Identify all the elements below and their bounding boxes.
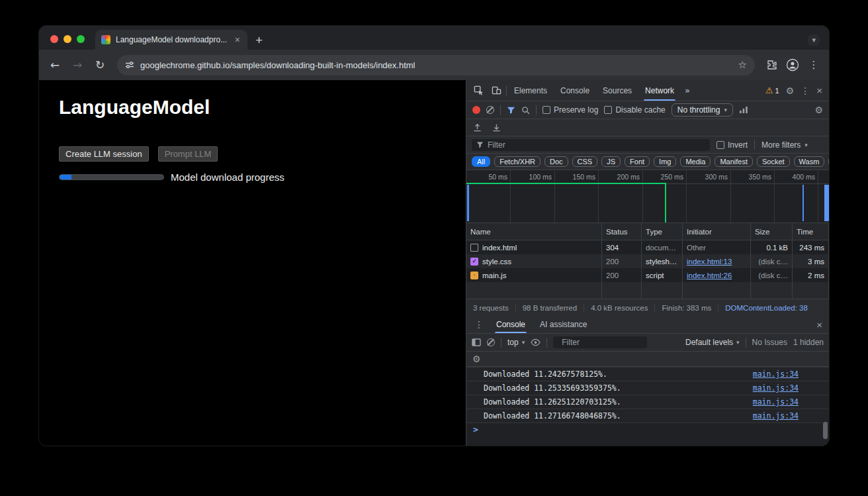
inspect-element-icon[interactable] (470, 85, 487, 95)
drawer-tab-console[interactable]: Console (490, 316, 531, 333)
record-network-log-icon[interactable] (472, 106, 480, 114)
console-message[interactable]: Downloaded 11.26251220703125%. main.js:3… (466, 395, 829, 409)
site-settings-icon[interactable] (125, 60, 134, 70)
chip-wasm[interactable]: Wasm (794, 156, 825, 167)
log-levels-select[interactable]: Default levels ▾ (685, 338, 740, 347)
table-row[interactable]: ◦main.js 200 script index.html:26 (disk … (466, 268, 829, 282)
more-filters-button[interactable]: More filters ▾ (761, 140, 808, 150)
hidden-messages-count[interactable]: 1 hidden (793, 338, 824, 347)
new-tab-button[interactable]: + (255, 34, 263, 46)
initiator-link[interactable]: index.html:26 (687, 272, 732, 279)
drawer-close-icon[interactable]: × (816, 319, 822, 330)
chip-manifest[interactable]: Manifest (715, 156, 753, 167)
bookmark-star-icon[interactable]: ☆ (738, 59, 747, 71)
address-bar[interactable]: googlechrome.github.io/samples/downloadi… (117, 55, 755, 75)
prompt-llm-button[interactable]: Prompt LLM (158, 146, 218, 162)
chip-js[interactable]: JS (601, 156, 621, 167)
clear-network-log-icon[interactable] (486, 106, 494, 114)
console-toolbar: top ▾ Default levels ▾ (466, 334, 829, 352)
network-overview-timeline[interactable]: 50 ms 100 ms 150 ms 200 ms 250 ms 300 ms… (466, 170, 829, 223)
import-har-icon[interactable] (473, 123, 482, 132)
chip-css[interactable]: CSS (572, 156, 598, 167)
console-message[interactable]: Downloaded 11.25335693359375%. main.js:3… (466, 381, 829, 395)
request-size: (disk c… (751, 254, 793, 268)
console-filter-input[interactable] (562, 338, 664, 347)
request-initiator: Other (683, 240, 751, 254)
console-sidebar-icon[interactable] (472, 338, 481, 346)
network-conditions-icon[interactable] (739, 106, 748, 114)
warning-indicator[interactable]: ⚠1 (765, 85, 779, 95)
chip-doc[interactable]: Doc (544, 156, 568, 167)
progress-label: Model download progress (171, 172, 284, 183)
message-source-link[interactable]: main.js:34 (753, 397, 799, 407)
devtools-settings-icon[interactable]: ⚙ (786, 85, 795, 96)
tab-sources[interactable]: Sources (597, 80, 638, 101)
console-message[interactable]: Downloaded 11.24267578125%. main.js:34 (466, 368, 829, 381)
chip-all[interactable]: All (472, 156, 490, 167)
tab-network[interactable]: Network (639, 80, 680, 101)
console-message[interactable]: Downloaded 11.27166748046875%. main.js:3… (466, 409, 829, 423)
chip-img[interactable]: Img (654, 156, 676, 167)
table-row[interactable]: index.html 304 docum… Other 0.1 kB 243 m… (466, 240, 829, 254)
chip-media[interactable]: Media (680, 156, 711, 167)
create-llm-session-button[interactable]: Create LLM session (59, 146, 149, 162)
console-settings-row: ⚙ (466, 352, 829, 367)
network-filter-input-box[interactable] (472, 139, 710, 151)
tab-close-icon[interactable]: × (234, 35, 241, 44)
invert-checkbox[interactable]: Invert (716, 140, 748, 150)
live-expression-eye-icon[interactable] (531, 338, 541, 346)
message-source-link[interactable]: main.js:34 (753, 370, 799, 379)
close-window-button[interactable] (50, 35, 58, 43)
devtools-menu-icon[interactable]: ⋮ (801, 85, 810, 96)
devtools-tabbar-right: ⚠1 ⚙ ⋮ × (765, 85, 825, 96)
browser-tab[interactable]: LanguageModel downloadpro... × (95, 30, 247, 50)
chip-other[interactable]: Other (828, 156, 829, 167)
more-tabs-icon[interactable]: » (681, 85, 693, 95)
issues-counter[interactable]: No Issues (752, 338, 787, 347)
console-settings-icon[interactable]: ⚙ (472, 354, 481, 364)
disable-cache-checkbox[interactable]: Disable cache (604, 105, 665, 115)
context-selector[interactable]: top ▾ (507, 338, 525, 347)
column-header-type[interactable]: Type (642, 223, 683, 240)
extensions-icon[interactable] (763, 56, 780, 74)
devtools-close-icon[interactable]: × (816, 85, 822, 96)
tab-elements[interactable]: Elements (508, 80, 553, 101)
device-toolbar-icon[interactable] (488, 85, 505, 95)
throttling-select[interactable]: No throttling ▾ (672, 103, 733, 117)
column-header-initiator[interactable]: Initiator (683, 223, 751, 240)
summary-finish: Finish: 383 ms (654, 304, 718, 312)
network-filter-input[interactable] (488, 140, 705, 150)
minimize-window-button[interactable] (64, 35, 71, 43)
export-har-icon[interactable] (492, 123, 501, 132)
column-header-name[interactable]: Name (466, 223, 602, 240)
console-scrollbar-thumb[interactable] (823, 422, 828, 439)
search-icon[interactable] (521, 106, 530, 115)
forward-button[interactable]: → (68, 56, 87, 74)
network-settings-icon[interactable]: ⚙ (814, 105, 823, 115)
browser-menu-icon[interactable]: ⋮ (805, 56, 822, 74)
back-button[interactable]: ← (46, 56, 64, 74)
drawer-tab-ai-assistance[interactable]: AI assistance (534, 316, 593, 333)
message-source-link[interactable]: main.js:34 (753, 383, 799, 393)
filter-toggle-icon[interactable] (507, 106, 515, 115)
tab-search-chevron-icon[interactable]: ▾ (808, 34, 820, 46)
console-filter-box[interactable] (553, 336, 647, 348)
chip-socket[interactable]: Socket (757, 156, 790, 167)
clear-console-icon[interactable] (487, 338, 495, 346)
message-source-link[interactable]: main.js:34 (753, 411, 799, 421)
preserve-log-checkbox[interactable]: Preserve log (542, 105, 598, 115)
drawer-menu-icon[interactable]: ⋮ (470, 319, 488, 330)
fullscreen-window-button[interactable] (77, 35, 85, 43)
column-header-time[interactable]: Time (793, 223, 829, 240)
table-row[interactable]: ✓style.css 200 stylesh… index.html:13 (d… (466, 254, 829, 268)
tab-console[interactable]: Console (554, 80, 595, 101)
profile-avatar-icon[interactable] (784, 56, 801, 74)
reload-button[interactable]: ↻ (91, 56, 109, 74)
console-prompt[interactable]: > (466, 422, 829, 436)
column-header-size[interactable]: Size (751, 223, 793, 240)
chip-fetch-xhr[interactable]: Fetch/XHR (494, 156, 541, 167)
column-header-status[interactable]: Status (602, 223, 642, 240)
chip-font[interactable]: Font (625, 156, 650, 167)
time-tick: 350 ms (736, 173, 771, 181)
initiator-link[interactable]: index.html:13 (687, 258, 732, 266)
